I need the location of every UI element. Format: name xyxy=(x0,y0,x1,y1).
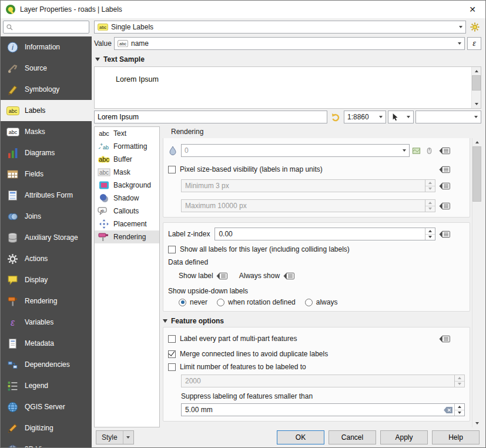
scroll-down-button[interactable] xyxy=(472,419,481,427)
sidebar-item-actions[interactable]: Actions xyxy=(1,248,92,269)
spinner-buttons[interactable] xyxy=(454,404,464,416)
data-defined-override-button[interactable] xyxy=(435,199,453,212)
attributes-form-icon xyxy=(6,189,19,201)
map-tool-dropdown[interactable] xyxy=(388,111,414,123)
label-mode-combo[interactable]: abc Single Labels xyxy=(94,21,466,34)
sidebar-search-input[interactable] xyxy=(16,22,86,32)
scroll-up-button[interactable] xyxy=(472,67,481,75)
label-every-part-checkbox[interactable]: Label every part of multi-part features xyxy=(168,335,297,343)
show-label-data-defined-button[interactable] xyxy=(213,269,231,282)
sidebar-item-display[interactable]: Display xyxy=(1,269,92,290)
sidebar-item-3d-view[interactable]: 3D View xyxy=(1,439,92,447)
tab-text[interactable]: abc Text xyxy=(95,127,159,140)
spinbox-value: 5.00 mm xyxy=(182,406,441,414)
data-defined-heading: Data defined xyxy=(168,258,465,266)
tab-shadow[interactable]: Shadow xyxy=(95,192,159,205)
sidebar-item-auxiliary-storage[interactable]: Auxiliary Storage xyxy=(1,227,92,248)
sample-scale-combo[interactable]: 1:8860 xyxy=(344,111,386,123)
value-expression-combo[interactable]: abc name xyxy=(114,37,465,50)
mouse-scale-button[interactable] xyxy=(423,144,435,157)
clear-field-button[interactable] xyxy=(441,404,454,416)
expression-builder-button[interactable]: ε xyxy=(467,37,481,50)
sidebar-search-box[interactable] xyxy=(3,21,89,34)
rendering-page-title: Rendering xyxy=(171,128,481,136)
sample-scrollbar[interactable] xyxy=(471,67,481,108)
data-defined-override-button[interactable] xyxy=(435,179,453,192)
minimum-pixel-spinbox[interactable]: Minimum 3 px xyxy=(181,179,435,192)
spinner-buttons[interactable] xyxy=(454,375,464,387)
sidebar-item-qgis-server[interactable]: QGIS Server xyxy=(1,396,92,417)
sidebar-item-metadata[interactable]: Metadata xyxy=(1,333,92,354)
scrollbar-thumb[interactable] xyxy=(472,75,481,91)
checkbox-box xyxy=(168,363,176,371)
pixel-size-visibility-checkbox[interactable]: Pixel size-based visibility (labels in m… xyxy=(168,165,323,173)
show-all-labels-checkbox[interactable]: Show all labels for this layer (includin… xyxy=(168,245,350,253)
maximum-pixel-spinbox[interactable]: Maximum 10000 px xyxy=(181,199,435,212)
spinner-buttons[interactable] xyxy=(425,180,435,192)
set-to-current-scale-button[interactable] xyxy=(410,144,423,157)
radio-always[interactable]: always xyxy=(305,298,338,306)
merge-connected-lines-checkbox[interactable]: Merge connected lines to avoid duplicate… xyxy=(168,350,328,358)
cancel-button[interactable]: Cancel xyxy=(329,430,376,444)
data-defined-override-button[interactable] xyxy=(435,332,453,345)
spinner-buttons[interactable] xyxy=(425,200,435,212)
tab-rendering[interactable]: Rendering xyxy=(95,230,159,243)
preview-text-input[interactable] xyxy=(94,111,327,123)
data-defined-override-button[interactable] xyxy=(435,228,453,240)
always-show-data-defined-button[interactable] xyxy=(280,269,297,282)
minimum-scale-combo[interactable]: 0 xyxy=(181,144,410,157)
scroll-up-button[interactable] xyxy=(472,138,481,146)
data-defined-override-button[interactable] xyxy=(435,163,453,176)
tab-background[interactable]: Background xyxy=(95,179,159,192)
sidebar-item-source[interactable]: Source xyxy=(1,58,92,79)
sidebar-item-attributes-form[interactable]: Attributes Form xyxy=(1,185,92,206)
rendering-scrollbar[interactable] xyxy=(472,138,481,427)
sidebar-item-information[interactable]: i Information xyxy=(1,36,92,58)
feature-options-title: Feature options xyxy=(171,317,224,325)
limit-features-checkbox[interactable]: Limit number of features to be labeled t… xyxy=(168,363,306,371)
ok-button[interactable]: OK xyxy=(277,430,324,444)
style-dropdown-arrow[interactable] xyxy=(123,431,133,444)
sidebar-item-fields[interactable]: Fields xyxy=(1,163,92,185)
style-button[interactable]: Style xyxy=(96,430,134,444)
apply-button[interactable]: Apply xyxy=(380,430,428,444)
scrollbar-track xyxy=(472,91,481,100)
sidebar-item-joins[interactable]: Joins xyxy=(1,206,92,227)
feature-options-header[interactable]: Feature options xyxy=(163,317,470,325)
reset-sample-button[interactable] xyxy=(329,111,342,123)
scrollbar-thumb[interactable] xyxy=(472,146,481,202)
tab-mask[interactable]: abc Mask xyxy=(95,166,159,179)
digitizing-icon xyxy=(6,422,19,434)
sidebar-item-labels[interactable]: abc Labels xyxy=(1,100,92,121)
sidebar-item-symbology[interactable]: Symbology xyxy=(1,79,92,100)
preview-background-dropdown[interactable] xyxy=(415,111,481,123)
spinner-buttons[interactable] xyxy=(425,228,435,240)
data-defined-override-button[interactable] xyxy=(435,144,453,157)
sidebar-item-variables[interactable]: ε Variables xyxy=(1,312,92,333)
tab-callouts[interactable]: ab Callouts xyxy=(95,205,159,218)
masks-icon: abc xyxy=(6,126,19,138)
sidebar-item-rendering[interactable]: Rendering xyxy=(1,290,92,312)
tab-buffer[interactable]: abc Buffer xyxy=(95,153,159,166)
sidebar-item-digitizing[interactable]: Digitizing xyxy=(1,417,92,439)
help-button[interactable]: Help xyxy=(432,430,480,444)
tab-placement[interactable]: Placement xyxy=(95,218,159,230)
suppress-size-spinbox[interactable]: 5.00 mm xyxy=(181,403,465,416)
scroll-down-button[interactable] xyxy=(472,100,481,108)
sidebar-item-legend[interactable]: Legend xyxy=(1,375,92,396)
sidebar-item-diagrams[interactable]: Diagrams xyxy=(1,142,92,163)
close-button[interactable]: ✕ xyxy=(464,2,481,16)
text-sample-header[interactable]: Text Sample xyxy=(95,55,481,63)
limit-features-spinbox[interactable]: 2000 xyxy=(181,375,465,387)
upside-down-heading: Show upside-down labels xyxy=(168,287,465,295)
labels-settings-panel: abc Text +ab Formatting abc Buffer abc M… xyxy=(94,126,481,427)
radio-never[interactable]: never xyxy=(179,298,207,306)
radio-when-rotation-defined[interactable]: when rotation defined xyxy=(217,298,296,306)
automated-placement-settings-button[interactable] xyxy=(468,21,481,34)
z-index-spinbox[interactable]: 0.00 xyxy=(214,228,435,240)
svg-text:abc: abc xyxy=(99,169,108,176)
tab-formatting[interactable]: +ab Formatting xyxy=(95,140,159,153)
minimum-scale-value: 0 xyxy=(185,146,189,155)
sidebar-item-dependencies[interactable]: Dependencies xyxy=(1,354,92,375)
sidebar-item-masks[interactable]: abc Masks xyxy=(1,121,92,142)
